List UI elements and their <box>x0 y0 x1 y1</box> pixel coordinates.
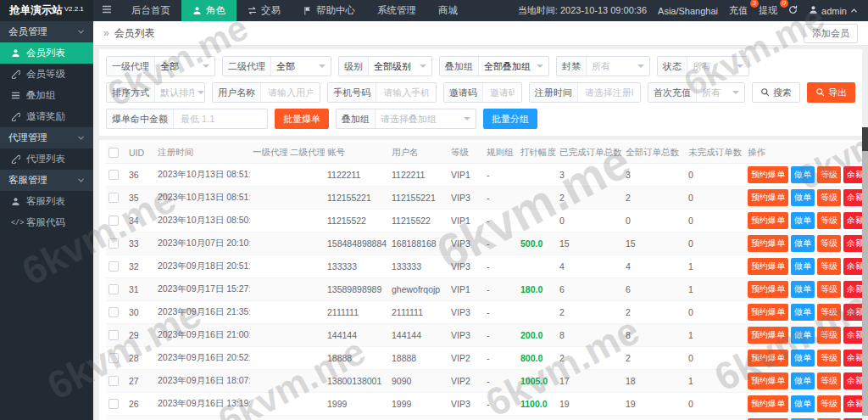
action-do-order-button[interactable]: 做单 <box>791 189 815 206</box>
search-button[interactable]: 搜索 <box>752 82 800 103</box>
sidebar-item-overlay-group[interactable]: 叠加组 <box>0 85 93 106</box>
row-checkbox[interactable] <box>108 307 119 317</box>
action-balance-button[interactable]: 余额 <box>843 395 862 412</box>
action-reserve-burst-button[interactable]: 预约爆单 <box>748 235 788 252</box>
action-balance-button[interactable]: 余额 <box>843 166 862 183</box>
sidebar-item-agent-list[interactable]: 代理列表 <box>0 148 93 170</box>
action-level-button[interactable]: 等级 <box>817 166 841 183</box>
action-do-order-button[interactable]: 做单 <box>791 258 815 275</box>
topnav-item-mall[interactable]: 商城 <box>427 0 469 21</box>
action-balance-button[interactable]: 余额 <box>843 372 862 389</box>
action-reserve-burst-button[interactable]: 预约爆单 <box>748 258 788 275</box>
action-do-order-button[interactable]: 做单 <box>791 395 815 412</box>
export-button[interactable]: 导出 <box>807 82 855 103</box>
row-checkbox[interactable] <box>108 330 119 340</box>
action-balance-button[interactable]: 余额 <box>843 327 862 344</box>
column-header: 规则组 <box>484 143 518 163</box>
sidebar-item-member-list[interactable]: 会员列表 <box>0 42 93 64</box>
scrollbar-thumb[interactable] <box>862 127 868 151</box>
scrollbar-track[interactable] <box>862 127 868 416</box>
row-checkbox[interactable] <box>108 353 119 363</box>
action-do-order-button[interactable]: 做单 <box>791 235 815 252</box>
action-reserve-burst-button[interactable]: 预约爆单 <box>748 212 788 229</box>
user-menu[interactable]: admin <box>809 5 858 16</box>
action-level-button[interactable]: 等级 <box>817 372 841 389</box>
action-level-button[interactable]: 等级 <box>817 258 841 275</box>
topnav-item-home[interactable]: 后台首页 <box>120 0 181 21</box>
row-checkbox[interactable] <box>108 261 119 272</box>
action-level-button[interactable]: 等级 <box>817 281 841 298</box>
filter-overlay-group-select[interactable]: 全部叠加组 <box>479 57 548 76</box>
withdraw-button[interactable]: 提现 0 <box>759 4 777 17</box>
action-do-order-button[interactable]: 做单 <box>791 281 815 298</box>
action-level-button[interactable]: 等级 <box>817 189 841 206</box>
sidebar-item-member-level[interactable]: 会员等级 <box>0 64 93 85</box>
filter-username-input[interactable] <box>266 87 314 98</box>
row-checkbox[interactable] <box>108 376 119 386</box>
filter-status-select[interactable]: 所有 <box>687 57 748 76</box>
filter-ban-select[interactable]: 所有 <box>587 57 649 76</box>
action-level-button[interactable]: 等级 <box>817 235 841 252</box>
sidebar-item-service-code[interactable]: </>客服代码 <box>0 212 93 233</box>
action-balance-button[interactable]: 余额 <box>843 281 862 298</box>
topnav-item-role[interactable]: 角色 <box>181 0 236 21</box>
action-reserve-burst-button[interactable]: 预约爆单 <box>748 395 788 412</box>
action-level-button[interactable]: 等级 <box>817 212 841 229</box>
filter-phone-input[interactable] <box>381 87 430 98</box>
action-balance-button[interactable]: 余额 <box>843 189 862 206</box>
sidebar-group-agent-mgmt[interactable]: 代理管理 <box>0 127 93 148</box>
add-member-button[interactable]: 添加会员 <box>804 24 858 43</box>
topnav-item-help[interactable]: 帮助中心 <box>292 0 366 21</box>
sidebar-group-member-mgmt[interactable]: 会员管理 <box>0 21 93 42</box>
filter-sort-select[interactable]: 默认排序 <box>155 83 205 102</box>
action-reserve-burst-button[interactable]: 预约爆单 <box>748 281 788 298</box>
row-checkbox[interactable] <box>108 193 119 203</box>
burst-amount-input[interactable] <box>179 113 262 125</box>
action-do-order-button[interactable]: 做单 <box>791 372 815 389</box>
row-checkbox[interactable] <box>108 170 119 180</box>
batch-burst-button[interactable]: 批量爆单 <box>275 109 329 129</box>
action-level-button[interactable]: 等级 <box>817 395 841 412</box>
filter-register-time-input[interactable] <box>583 87 635 98</box>
filter-first-agent-select[interactable]: 全部 <box>155 57 214 76</box>
action-level-button[interactable]: 等级 <box>817 304 841 321</box>
sidebar-item-invite-reward[interactable]: 邀请奖励 <box>0 106 93 127</box>
action-level-button[interactable]: 等级 <box>817 327 841 344</box>
topnav-item-system[interactable]: 系统管理 <box>366 0 427 21</box>
topnav-item-trade[interactable]: 交易 <box>236 0 292 21</box>
action-reserve-burst-button[interactable]: 预约爆单 <box>748 304 788 321</box>
filter-second-agent-select[interactable]: 全部 <box>271 57 331 76</box>
row-checkbox[interactable] <box>108 216 119 226</box>
batch-overlay-select[interactable]: 请选择叠加组 <box>376 109 476 128</box>
action-do-order-button[interactable]: 做单 <box>791 304 815 321</box>
row-checkbox[interactable] <box>108 284 119 294</box>
action-level-button[interactable]: 等级 <box>817 350 841 367</box>
action-do-order-button[interactable]: 做单 <box>791 166 815 183</box>
action-do-order-button[interactable]: 做单 <box>791 327 815 344</box>
batch-group-button[interactable]: 批量分组 <box>483 109 537 129</box>
select-all-checkbox[interactable] <box>108 148 119 158</box>
action-do-order-button[interactable]: 做单 <box>791 350 815 367</box>
cell-username: 133333 <box>389 255 448 277</box>
action-balance-button[interactable]: 余额 <box>843 350 862 367</box>
action-reserve-burst-button[interactable]: 预约爆单 <box>748 350 788 367</box>
action-reserve-burst-button[interactable]: 预约爆单 <box>748 166 788 183</box>
filter-level-select[interactable]: 全部级别 <box>369 57 431 76</box>
action-do-order-button[interactable]: 做单 <box>791 212 815 229</box>
sidebar-group-service-mgmt[interactable]: 客服管理 <box>0 170 93 191</box>
action-balance-button[interactable]: 余额 <box>843 212 862 229</box>
filter-first-recharge-select[interactable]: 所有 <box>697 83 744 102</box>
filter-invite-code-input[interactable] <box>488 87 516 98</box>
action-reserve-burst-button[interactable]: 预约爆单 <box>748 372 788 389</box>
sidebar-toggle-button[interactable] <box>93 0 120 21</box>
action-balance-button[interactable]: 余额 <box>843 304 862 321</box>
refresh-button[interactable] <box>788 5 798 16</box>
action-balance-button[interactable]: 余额 <box>843 235 862 252</box>
action-reserve-burst-button[interactable]: 预约爆单 <box>748 327 788 344</box>
row-checkbox[interactable] <box>108 238 119 249</box>
sidebar-item-service-list[interactable]: 客服列表 <box>0 191 93 212</box>
recharge-button[interactable]: 充值 3 <box>729 4 748 17</box>
action-reserve-burst-button[interactable]: 预约爆单 <box>748 189 788 206</box>
row-checkbox[interactable] <box>108 399 119 409</box>
action-balance-button[interactable]: 余额 <box>843 258 862 275</box>
